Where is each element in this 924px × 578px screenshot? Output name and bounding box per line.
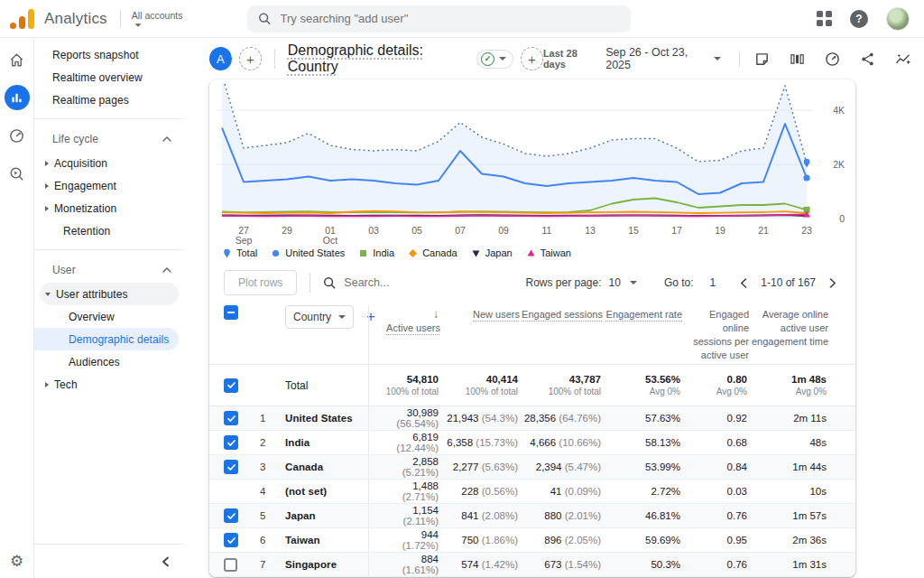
sidebar-section-life-cycle[interactable]: Life cycle [34,126,184,152]
notes-icon[interactable] [754,51,770,67]
row-rank: 4 [260,486,285,497]
column-header-active-users[interactable]: ↓Active users [368,305,440,364]
goto-page-input[interactable]: 1 [710,276,716,289]
help-icon[interactable]: ? [850,10,868,28]
report-status-badge[interactable]: ✓ [476,50,513,69]
sidebar-item-engagement[interactable]: Engagement [34,174,184,197]
chevron-down-icon [714,57,721,61]
triangle-up-icon [526,248,536,258]
legend-item-united-states[interactable]: United States [271,247,345,258]
row-rank: 7 [260,559,285,570]
sidebar-item-retention[interactable]: Retention [34,219,184,242]
legend-item-total[interactable]: Total [222,247,257,258]
total-row-checkbox[interactable] [224,378,238,393]
explore-icon[interactable] [5,161,30,186]
sidebar-item-reports-snapshot[interactable]: Reports snapshot [34,43,184,66]
chart-svg[interactable] [217,83,812,224]
column-header-average-online-active-user-engagement-time[interactable]: Average online active user engagement ti… [749,305,828,349]
metric-cell: 896 (2.05%) [520,535,603,545]
add-comparison-button[interactable]: + [239,47,262,70]
column-header-engaged-online-sessions-per-active-user[interactable]: Engaged online sessions per active user [682,305,749,362]
table-search[interactable] [323,276,461,289]
metric-cell: 2,858 (5.21%) [368,455,440,479]
column-header-label: New users [473,309,520,320]
row-checkbox[interactable] [224,558,237,572]
sidebar-item-acquisition[interactable]: Acquisition [34,152,184,174]
row-checkbox[interactable] [224,508,238,523]
column-header-new-users[interactable]: New users [440,305,520,322]
sidebar-item-monetization[interactable]: Monetization [34,197,184,219]
metric-cell: 0.84 [682,461,749,472]
date-range-picker[interactable]: Sep 26 - Oct 23, 2025 [605,46,705,71]
report-card: 4K2K0 27Sep2901Oct0305070911131517192123… [209,79,855,577]
column-header-engaged-sessions[interactable]: Engaged sessions [520,305,603,322]
prev-page-button[interactable] [737,278,750,288]
table-search-input[interactable] [344,276,461,289]
global-search[interactable] [247,5,631,33]
table-row-japan[interactable]: 5Japan1,154 (2.11%)841 (2.08%)880 (2.01%… [209,504,855,528]
sidebar-section-user[interactable]: User [34,257,184,283]
table-row-canada[interactable]: 3Canada2,858 (5.21%)2,277 (5.63%)2,394 (… [209,455,855,480]
sidebar-item-realtime-pages[interactable]: Realtime pages [34,89,184,111]
legend-label: Canada [422,247,457,258]
table-row-taiwan[interactable]: 6Taiwan944 (1.72%)750 (1.86%)896 (2.05%)… [209,528,855,553]
plot-rows-button[interactable]: Plot rows [224,270,297,295]
property-avatar[interactable]: A [209,47,232,70]
reports-icon[interactable] [5,85,30,110]
table-total-row: Total 54,810100% of total40,414100% of t… [209,365,855,406]
user-avatar[interactable] [886,7,910,31]
sidebar-collapse[interactable] [34,544,184,578]
x-axis-tick: 15 [620,226,647,236]
compare-icon[interactable] [790,51,805,67]
legend-item-japan[interactable]: Japan [471,247,513,258]
sidebar-item-label: Realtime pages [52,94,129,107]
legend-item-taiwan[interactable]: Taiwan [526,247,571,258]
metric-cell: 1,488 (2.71%) [368,480,440,503]
total-cell: 43,787100% of total [520,374,603,396]
legend-item-india[interactable]: India [358,247,394,258]
row-checkbox[interactable] [224,533,238,547]
metric-cell: 2.72% [603,486,682,497]
dimension-select[interactable]: Country [285,305,354,329]
table-row-united-states[interactable]: 1United States30,989 (56.54%)21,943 (54.… [209,406,855,431]
legend-item-canada[interactable]: Canada [408,247,457,258]
row-checkbox[interactable] [224,435,238,450]
metric-cell: 57.63% [603,413,682,424]
page-title[interactable]: Demographic details: Country [288,42,469,75]
metric-cell: 1m 57s [749,510,828,521]
insights-circle-icon[interactable] [825,51,840,67]
rows-per-page-select[interactable]: 10 [609,276,637,289]
row-checkbox[interactable] [224,411,238,425]
home-icon[interactable] [5,47,30,72]
share-icon[interactable] [860,51,875,67]
metric-cell: 28,356 (64.76%) [520,413,603,424]
table-row-not-set[interactable]: 4(not set)1,488 (2.71%)228 (0.56%)41 (0.… [209,480,855,504]
square-icon [358,248,368,258]
sidebar-item-user-attributes[interactable]: User attributes [40,283,179,305]
table-row-singapore[interactable]: 7Singapore884 (1.61%)574 (1.42%)673 (1.5… [209,553,855,577]
divider [274,49,275,69]
row-checkbox[interactable] [224,460,238,474]
sidebar-item-overview[interactable]: Overview [34,305,179,328]
metric-cell: 2,394 (5.47%) [520,461,603,472]
sidebar-item-audiences[interactable]: Audiences [34,350,179,373]
next-page-button[interactable] [827,278,839,288]
sidebar-item-tech[interactable]: Tech [34,373,184,396]
chevron-down-icon [499,57,506,61]
table-row-india[interactable]: 2India6,819 (12.44%)6,358 (15.73%)4,666 … [209,431,855,455]
global-search-input[interactable] [281,12,621,25]
add-button[interactable]: + [521,47,543,70]
triangle-down-icon [471,248,481,258]
apps-grid-icon[interactable] [817,11,832,26]
select-all-checkbox[interactable] [224,305,238,320]
sidebar-item-demographic-details[interactable]: Demographic details [34,328,179,350]
country-name: Canada [285,461,368,472]
sparkline-insights-icon[interactable] [895,51,911,67]
settings-gear-icon[interactable]: ⚙ [10,552,23,571]
main-content: A + Demographic details: Country ✓ + Las… [184,38,924,578]
metric-cell: 2m 36s [749,535,828,545]
sidebar-item-realtime-overview[interactable]: Realtime overview [34,66,184,89]
advertising-icon[interactable] [5,123,30,148]
account-switcher[interactable]: All accounts [132,11,183,27]
column-header-engagement-rate[interactable]: Engagement rate [603,305,682,322]
